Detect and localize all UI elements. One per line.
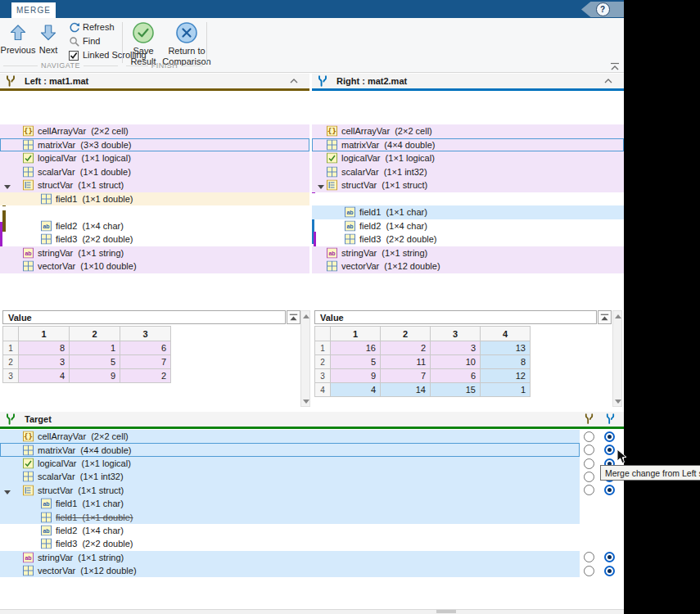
right-tree-row-field1[interactable]: abfield1 (1×1 char) <box>312 205 624 219</box>
value-cell[interactable]: 11 <box>381 355 431 369</box>
left-tree-row-scalarVar[interactable]: scalarVar (1×1 double) <box>0 165 309 179</box>
row-header[interactable]: 3 <box>315 369 331 383</box>
right-tree-row-vectorVar[interactable]: vectorVar (1×12 double) <box>312 260 624 273</box>
collapse-chevron-icon[interactable] <box>604 79 612 84</box>
previous-button[interactable]: Previous <box>0 21 36 67</box>
left-tree-row-logicalVar[interactable]: logicalVar (1×1 logical) <box>0 151 309 165</box>
column-header[interactable]: 4 <box>481 327 531 341</box>
right-value-collapse-button[interactable] <box>598 310 612 324</box>
right-panel-header[interactable]: Right : mat2.mat <box>312 74 624 91</box>
right-tree-row-field3[interactable]: field3 (2×2 double) <box>312 233 624 246</box>
merge-left-radio-logicalVar[interactable] <box>584 458 594 469</box>
merge-right-radio-structVar[interactable] <box>604 485 615 495</box>
merge-left-radio-vectorVar[interactable] <box>584 566 594 576</box>
expander-icon[interactable] <box>4 487 11 494</box>
value-cell[interactable]: 5 <box>331 355 381 369</box>
left-tree-row-field3[interactable]: field3 (2×2 double) <box>0 233 309 246</box>
right-tree-row-structVar[interactable]: structVar (1×1 struct) <box>312 178 624 192</box>
target-tree-row-logicalVar[interactable]: logicalVar (1×1 logical) <box>0 457 580 470</box>
value-cell[interactable]: 9 <box>70 369 120 383</box>
value-cell[interactable]: 5 <box>70 355 120 369</box>
merge-left-radio-stringVar[interactable] <box>584 552 594 562</box>
merge-left-radio-cellArrayVar[interactable] <box>584 431 594 442</box>
value-cell[interactable]: 1 <box>481 383 531 397</box>
column-header[interactable]: 2 <box>70 327 120 341</box>
collapse-chevron-icon[interactable] <box>290 79 298 84</box>
target-tree-row-vectorVar[interactable]: vectorVar (1×12 double) <box>0 564 580 577</box>
merge-right-radio-vectorVar[interactable] <box>604 566 615 576</box>
value-cell[interactable]: 9 <box>331 369 381 383</box>
target-tree-row-cellArrayVar[interactable]: {}cellArrayVar (2×2 cell) <box>0 430 580 443</box>
value-cell[interactable]: 12 <box>481 369 531 383</box>
right-tree-row-stringVar[interactable]: abstringVar (1×1 string) <box>312 246 624 260</box>
row-header[interactable]: 1 <box>315 341 331 355</box>
left-panel-header[interactable]: Left : mat1.mat <box>0 74 309 91</box>
row-header[interactable]: 4 <box>315 383 331 397</box>
horizontal-scrollbar-thumb[interactable] <box>436 610 456 613</box>
value-cell[interactable]: 7 <box>381 369 431 383</box>
value-cell[interactable]: 4 <box>19 369 70 383</box>
merge-left-radio-matrixVar[interactable] <box>584 445 594 455</box>
value-cell[interactable]: 7 <box>120 355 171 369</box>
column-header[interactable]: 1 <box>331 327 381 341</box>
right-tree-row-field2[interactable]: abfield2 (1×4 char) <box>312 219 624 233</box>
left-tree-row-structVar[interactable]: structVar (1×1 struct) <box>0 178 309 192</box>
merge-right-radio-cellArrayVar[interactable] <box>604 431 615 442</box>
right-tree-row-matrixVar[interactable]: matrixVar (4×4 double) <box>312 138 624 152</box>
merge-left-radio-structVar[interactable] <box>584 485 594 495</box>
row-header[interactable]: 3 <box>3 369 19 383</box>
value-cell[interactable]: 10 <box>431 355 481 369</box>
next-button[interactable]: Next <box>34 21 62 67</box>
value-cell[interactable]: 13 <box>481 341 531 355</box>
expander-icon[interactable] <box>4 182 11 188</box>
value-cell[interactable]: 6 <box>120 341 171 355</box>
find-button[interactable]: Find <box>67 35 121 48</box>
target-tree-row-stringVar[interactable]: abstringVar (1×1 string) <box>0 551 580 564</box>
target-tree-row-field3[interactable]: field3 (2×2 double) <box>0 537 580 550</box>
collapse-ribbon-icon[interactable] <box>609 62 621 71</box>
target-tree-row-matrixVar[interactable]: matrixVar (4×4 double) <box>0 443 580 456</box>
target-tree-row-field2[interactable]: abfield2 (1×4 char) <box>0 524 580 537</box>
target-tree-row-structVar[interactable]: structVar (1×1 struct) <box>0 484 580 497</box>
left-value-collapse-button[interactable] <box>287 310 300 324</box>
tab-merge[interactable]: MERGE <box>11 2 56 18</box>
value-cell[interactable]: 14 <box>381 383 431 397</box>
right-tree-row-scalarVar[interactable]: scalarVar (1×1 int32) <box>312 165 624 179</box>
value-cell[interactable]: 15 <box>431 383 481 397</box>
value-cell[interactable]: 1 <box>70 341 120 355</box>
column-header[interactable]: 3 <box>431 327 481 341</box>
value-cell[interactable]: 8 <box>19 341 70 355</box>
column-header[interactable]: 1 <box>19 327 70 341</box>
right-tree-row-logicalVar[interactable]: logicalVar (1×1 logical) <box>312 151 624 165</box>
row-header[interactable]: 2 <box>315 355 331 369</box>
left-value-scrollbar[interactable] <box>300 310 310 407</box>
value-cell[interactable]: 3 <box>19 355 70 369</box>
left-tree-row-field2[interactable]: abfield2 (1×4 char) <box>0 219 309 233</box>
row-header[interactable]: 2 <box>3 355 19 369</box>
help-button[interactable]: ? <box>581 2 624 17</box>
horizontal-scrollbar[interactable] <box>0 609 624 614</box>
left-tree-row-cellArrayVar[interactable]: {}cellArrayVar (2×2 cell) <box>0 124 309 138</box>
right-tree-row-cellArrayVar[interactable]: {}cellArrayVar (2×2 cell) <box>312 124 624 138</box>
value-cell[interactable]: 8 <box>481 355 531 369</box>
target-tree-row-field1[interactable]: abfield1 (1×1 char) <box>0 497 580 510</box>
left-tree-row-vectorVar[interactable]: vectorVar (1×10 double) <box>0 260 309 273</box>
refresh-button[interactable]: Refresh <box>67 21 121 34</box>
target-tree-row-scalarVar[interactable]: scalarVar (1×1 int32) <box>0 470 580 483</box>
value-cell[interactable]: 6 <box>431 369 481 383</box>
value-cell[interactable]: 16 <box>331 341 381 355</box>
left-tree-row-field1[interactable]: field1 (1×1 double) <box>0 192 309 206</box>
column-header[interactable]: 2 <box>381 327 431 341</box>
column-header[interactable]: 3 <box>120 327 171 341</box>
left-tree-row-matrixVar[interactable]: matrixVar (3×3 double) <box>0 138 309 152</box>
value-cell[interactable]: 3 <box>431 341 481 355</box>
merge-right-radio-stringVar[interactable] <box>604 552 615 562</box>
target-tree-row-field1[interactable]: field1 (1×1 double) <box>0 510 580 523</box>
row-header[interactable]: 1 <box>3 341 19 355</box>
left-tree-row-stringVar[interactable]: abstringVar (1×1 string) <box>0 246 309 260</box>
value-cell[interactable]: 2 <box>381 341 431 355</box>
right-value-scrollbar[interactable] <box>612 310 622 407</box>
expander-icon[interactable] <box>318 182 324 188</box>
merge-left-radio-scalarVar[interactable] <box>584 472 594 482</box>
value-cell[interactable]: 4 <box>331 383 381 397</box>
